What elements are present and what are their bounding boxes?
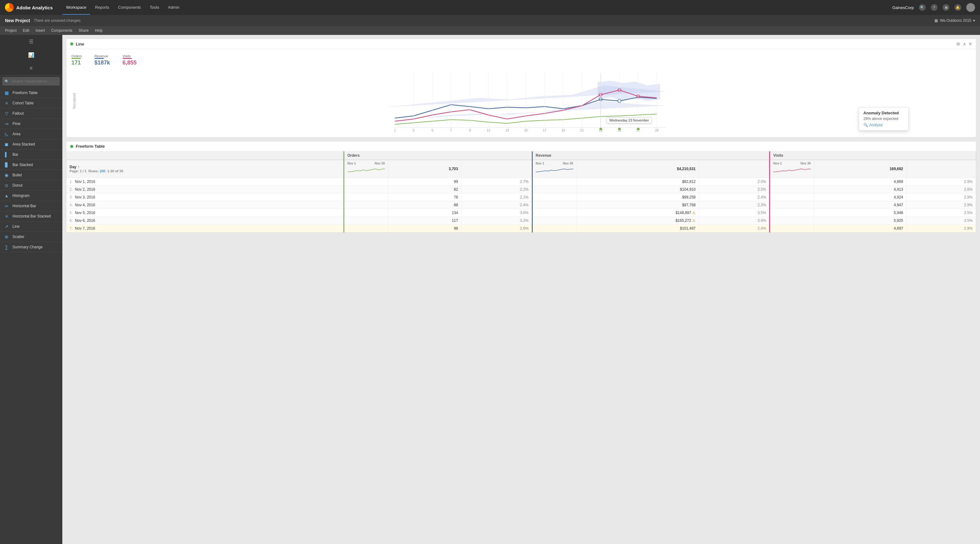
fallout-icon: ▽ bbox=[4, 111, 10, 116]
table-row[interactable]: 5. Nov 5, 2016 134 3.6% $148,897 ⚠ 3.5% … bbox=[67, 209, 976, 217]
table-row[interactable]: 4. Nov 4, 2016 88 2.4% $97,768 2.3% 4,94… bbox=[67, 201, 976, 209]
orders-pct: 2.6% bbox=[461, 225, 532, 232]
orders-value: 98 bbox=[388, 225, 461, 232]
viz-horizontal-bar-stacked-label: Horizontal Bar Stacked bbox=[13, 214, 51, 219]
line-chart-collapse[interactable]: ∧ bbox=[963, 41, 966, 46]
area-icon: ◺ bbox=[4, 132, 10, 136]
day-header-cell: Day ↑ Page: 1 / 1 Rows: 200 1-30 of 30 bbox=[67, 160, 344, 178]
table-row[interactable]: 7. Nov 7, 2016 98 2.6% $101,497 2.4% 4,8… bbox=[67, 225, 976, 232]
workspace-label: We.Outdoors 2015 bbox=[940, 18, 971, 23]
workspace-chevron[interactable]: ▾ bbox=[973, 18, 975, 23]
viz-histogram[interactable]: ▲ Histogram bbox=[0, 191, 62, 201]
visits-value: 4,924 bbox=[814, 193, 907, 201]
line-chart-panel: Line ⚙ ∧ ✕ Orders 171 Revenue bbox=[66, 39, 976, 137]
viz-freeform-table[interactable]: ▦ Freeform Table bbox=[0, 88, 62, 98]
revenue-pct: 2.4% bbox=[699, 193, 770, 201]
rows-link[interactable]: 200 bbox=[100, 169, 105, 173]
orders-value: 82 bbox=[388, 186, 461, 193]
viz-bar-label: Bar bbox=[13, 152, 18, 157]
table-row[interactable]: 6. Nov 6, 2016 117 3.2% $165,272 ⚠ 3.9% … bbox=[67, 217, 976, 225]
legend-orders-value: 171 bbox=[72, 60, 82, 66]
freeform-table-title-wrap: Freeform Table bbox=[70, 144, 105, 149]
viz-bullet[interactable]: ◉ Bullet bbox=[0, 170, 62, 181]
table-row[interactable]: 3. Nov 3, 2016 76 2.1% $99,258 2.4% 4,92… bbox=[67, 193, 976, 201]
viz-freeform-table-label: Freeform Table bbox=[13, 90, 37, 95]
menu-components[interactable]: Components bbox=[51, 29, 72, 33]
revenue-sparkline-cell bbox=[532, 201, 576, 209]
visits-group-header: Visits bbox=[770, 151, 976, 160]
row-num: 7. bbox=[70, 226, 73, 230]
viz-line[interactable]: ↗ Line bbox=[0, 222, 62, 232]
donut-icon: ⊙ bbox=[4, 183, 10, 188]
svg-text:11: 11 bbox=[487, 128, 490, 132]
bell-icon[interactable]: 🔔 bbox=[955, 4, 961, 11]
line-chart-settings[interactable]: ⚙ bbox=[956, 41, 960, 46]
summary-change-icon: ∑ bbox=[4, 244, 10, 249]
table-row[interactable]: 2. Nov 2, 2016 82 2.2% $104,910 2.5% 4,4… bbox=[67, 186, 976, 193]
nav-tools[interactable]: Tools bbox=[146, 1, 163, 15]
revenue-value: $101,497 bbox=[576, 225, 699, 232]
revenue-value: $97,768 bbox=[576, 201, 699, 209]
search-icon[interactable]: 🔍 bbox=[919, 4, 926, 11]
menu-edit[interactable]: Edit bbox=[23, 29, 29, 33]
bar-icon: ▌ bbox=[4, 152, 10, 157]
legend-revenue-line bbox=[94, 58, 104, 59]
apps-icon[interactable]: ⊞ bbox=[943, 4, 950, 11]
nav-admin[interactable]: Admin bbox=[164, 1, 183, 15]
search-box[interactable] bbox=[0, 75, 62, 88]
menu-share[interactable]: Share bbox=[79, 29, 89, 33]
menu-help[interactable]: Help bbox=[95, 29, 103, 33]
svg-text:15: 15 bbox=[524, 128, 528, 132]
orders-sparkline-cell bbox=[344, 193, 388, 201]
project-bar-right[interactable]: ▦ We.Outdoors 2015 ▾ bbox=[934, 18, 975, 23]
menu-project[interactable]: Project bbox=[5, 29, 16, 33]
revenue-sparkline-cell bbox=[532, 186, 576, 193]
viz-bar-stacked[interactable]: ▊ Bar Stacked bbox=[0, 160, 62, 170]
line-chart-close[interactable]: ✕ bbox=[969, 41, 972, 46]
flow-icon: ↝ bbox=[4, 121, 10, 126]
table-row[interactable]: 1. Nov 1, 2016 99 2.7% $82,812 2.0% 4,86… bbox=[67, 178, 976, 186]
chart-legend: Orders 171 Revenue $187k Visits 6,855 bbox=[72, 54, 971, 66]
line-chart-title-wrap: Line bbox=[70, 42, 84, 46]
viz-horizontal-bar[interactable]: ═ Horizontal Bar bbox=[0, 201, 62, 211]
viz-scatter[interactable]: ⊛ Scatter bbox=[0, 232, 62, 242]
sub-menu-bar: Project Edit Insert Components Share Hel… bbox=[0, 26, 980, 35]
day-cell: 4. Nov 4, 2016 bbox=[67, 201, 344, 209]
day-cell: 3. Nov 3, 2016 bbox=[67, 193, 344, 201]
scatter-icon: ⊛ bbox=[4, 234, 10, 239]
brand-icon bbox=[5, 3, 14, 12]
viz-summary-change[interactable]: ∑ Summary Change bbox=[0, 242, 62, 252]
sidebar-icon-viz[interactable]: 📊 bbox=[0, 48, 62, 62]
day-cell: 5. Nov 5, 2016 bbox=[67, 209, 344, 217]
totals-row: Day ↑ Page: 1 / 1 Rows: 200 1-30 of 30 bbox=[67, 160, 976, 178]
viz-donut[interactable]: ⊙ Donut bbox=[0, 181, 62, 191]
nav-reports[interactable]: Reports bbox=[91, 1, 113, 15]
viz-horizontal-bar-stacked[interactable]: ≡ Horizontal Bar Stacked bbox=[0, 211, 62, 222]
viz-area-stacked[interactable]: ◼ Area Stacked bbox=[0, 139, 62, 149]
nav-workspace[interactable]: Workspace bbox=[62, 1, 90, 15]
viz-fallout[interactable]: ▽ Fallout bbox=[0, 108, 62, 119]
svg-point-39 bbox=[600, 128, 602, 130]
viz-flow[interactable]: ↝ Flow bbox=[0, 119, 62, 129]
help-icon[interactable]: ? bbox=[931, 4, 937, 11]
revenue-value: $99,258 bbox=[576, 193, 699, 201]
viz-bar-stacked-label: Bar Stacked bbox=[13, 163, 33, 167]
viz-cohort-table[interactable]: ≡ Cohort Table bbox=[0, 98, 62, 108]
svg-point-41 bbox=[637, 128, 640, 130]
viz-list: ▦ Freeform Table ≡ Cohort Table ▽ Fallou… bbox=[0, 88, 62, 252]
menu-insert[interactable]: Insert bbox=[35, 29, 45, 33]
nav-components[interactable]: Components bbox=[114, 1, 145, 15]
revenue-sparkline bbox=[536, 166, 573, 175]
sidebar-icon-panels[interactable]: ☰ bbox=[0, 35, 62, 48]
horizontal-bar-stacked-icon: ≡ bbox=[4, 214, 10, 219]
line-chart-dot bbox=[70, 42, 73, 46]
anomaly-analyze-link[interactable]: 🔍 Analyze bbox=[863, 123, 904, 127]
sidebar-icon-components[interactable]: ≡ bbox=[0, 62, 62, 75]
row-num: 5. bbox=[70, 211, 73, 215]
search-visualizations-input[interactable] bbox=[3, 77, 60, 86]
viz-panel: ▦ Freeform Table ≡ Cohort Table ▽ Fallou… bbox=[0, 75, 62, 544]
viz-area[interactable]: ◺ Area bbox=[0, 129, 62, 139]
orders-pct: 3.6% bbox=[461, 209, 532, 217]
avatar[interactable] bbox=[966, 3, 975, 12]
viz-bar[interactable]: ▌ Bar bbox=[0, 149, 62, 160]
